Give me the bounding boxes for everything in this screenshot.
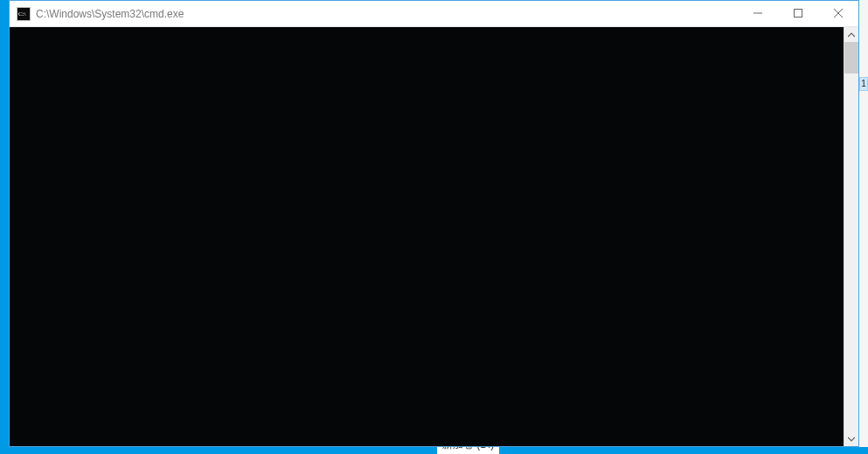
scroll-up-button[interactable] xyxy=(844,27,858,42)
background-badge: 1 xyxy=(859,77,868,91)
minimize-button[interactable] xyxy=(738,1,778,26)
maximize-button[interactable] xyxy=(778,1,818,26)
vertical-scrollbar[interactable] xyxy=(844,27,858,446)
svg-text:C:\: C:\ xyxy=(18,10,26,17)
scroll-down-button[interactable] xyxy=(844,431,858,446)
chevron-down-icon xyxy=(848,432,855,445)
cmd-window: C:\ C:\Windows\System32\cmd.exe xyxy=(9,0,859,447)
cmd-icon: C:\ xyxy=(17,7,31,21)
chevron-up-icon xyxy=(848,28,855,41)
titlebar[interactable]: C:\ C:\Windows\System32\cmd.exe xyxy=(10,1,858,27)
close-icon xyxy=(834,7,843,20)
client-area xyxy=(10,27,858,446)
scrollbar-thumb[interactable] xyxy=(844,42,858,73)
minimize-icon xyxy=(753,7,762,20)
maximize-icon xyxy=(794,7,802,20)
svg-rect-4 xyxy=(795,10,802,17)
close-button[interactable] xyxy=(818,1,858,26)
scrollbar-track[interactable] xyxy=(844,42,858,431)
window-controls xyxy=(738,1,858,26)
terminal-output[interactable] xyxy=(10,27,844,446)
window-title: C:\Windows\System32\cmd.exe xyxy=(36,8,738,20)
